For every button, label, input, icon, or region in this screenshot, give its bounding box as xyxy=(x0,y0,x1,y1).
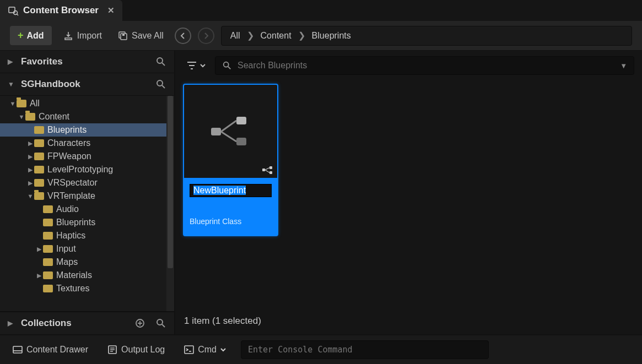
asset-name-input[interactable]: NewBlueprint xyxy=(190,184,272,197)
svg-rect-25 xyxy=(262,169,265,171)
chevron-right-icon: ▶ xyxy=(8,319,15,327)
folder-tree: ▼All▼ContentBlueprints▶Characters▶FPWeap… xyxy=(0,95,174,312)
search-icon[interactable] xyxy=(155,56,166,67)
blueprint-corner-icon xyxy=(262,166,274,175)
svg-rect-27 xyxy=(269,171,272,174)
project-section[interactable]: ▼ SGHandbook xyxy=(0,73,174,95)
breadcrumb-seg[interactable]: All xyxy=(230,31,240,41)
chevron-down-icon[interactable]: ▼ xyxy=(26,193,34,199)
svg-line-24 xyxy=(221,132,236,142)
search-box[interactable]: ▼ xyxy=(215,56,634,75)
collections-section[interactable]: ▶ Collections xyxy=(0,312,174,334)
folder-label: VRTemplate xyxy=(47,191,95,201)
chevron-right-icon[interactable]: ▶ xyxy=(35,272,43,279)
folder-item-textures[interactable]: Textures xyxy=(0,282,174,295)
folder-item-content[interactable]: ▼Content xyxy=(0,110,174,123)
folder-icon xyxy=(34,192,44,200)
cmd-selector[interactable]: Cmd xyxy=(179,341,231,358)
folder-icon xyxy=(43,258,53,266)
save-all-icon xyxy=(117,30,128,41)
folder-label: Blueprints xyxy=(56,218,95,227)
chevron-right-icon: ❯ xyxy=(298,30,305,41)
folder-item-materials[interactable]: ▶Materials xyxy=(0,269,174,282)
nav-back-button[interactable] xyxy=(175,28,191,44)
svg-line-9 xyxy=(162,85,165,88)
svg-rect-5 xyxy=(122,34,125,36)
folder-item-audio[interactable]: Audio xyxy=(0,203,174,216)
search-icon[interactable] xyxy=(155,79,166,90)
chevron-down-icon[interactable]: ▼ xyxy=(18,113,25,120)
folder-icon xyxy=(17,100,26,107)
folder-label: VRSpectator xyxy=(47,178,98,188)
folder-item-all[interactable]: ▼All xyxy=(0,97,174,110)
nav-forward-button[interactable] xyxy=(198,28,214,44)
chevron-right-icon[interactable]: ▶ xyxy=(26,140,34,147)
folder-label: Input xyxy=(56,244,76,254)
folder-label: Content xyxy=(39,112,69,122)
folder-item-input[interactable]: ▶Input xyxy=(0,242,174,256)
chevron-right-icon[interactable]: ▶ xyxy=(35,246,43,253)
folder-label: Haptics xyxy=(56,231,85,241)
folder-item-blueprints[interactable]: Blueprints xyxy=(0,216,174,229)
asset-thumbnail xyxy=(184,85,277,178)
folder-icon xyxy=(25,113,35,121)
folder-item-blueprints[interactable]: Blueprints xyxy=(0,123,174,137)
folder-item-fpweapon[interactable]: ▶FPWeapon xyxy=(0,150,174,163)
add-button[interactable]: + Add xyxy=(10,26,52,45)
svg-line-19 xyxy=(228,67,231,69)
folder-icon xyxy=(43,232,53,240)
drawer-icon xyxy=(12,344,23,355)
folder-icon xyxy=(43,205,53,213)
chevron-down-icon[interactable]: ▼ xyxy=(620,62,627,70)
svg-line-7 xyxy=(162,63,165,66)
close-icon[interactable]: ✕ xyxy=(107,6,115,15)
tab-content-browser[interactable]: Content Browser ✕ xyxy=(0,0,122,21)
folder-item-vrspectator[interactable]: ▶VRSpectator xyxy=(0,176,174,189)
folder-label: Textures xyxy=(56,284,89,294)
svg-line-28 xyxy=(265,168,269,170)
tab-title: Content Browser xyxy=(23,5,99,16)
folder-icon xyxy=(43,219,53,226)
import-button[interactable]: Import xyxy=(58,27,106,45)
folder-item-characters[interactable]: ▶Characters xyxy=(0,137,174,150)
svg-rect-30 xyxy=(13,346,22,353)
folder-label: Blueprints xyxy=(47,125,87,135)
svg-point-18 xyxy=(224,62,229,67)
folder-label: Maps xyxy=(56,257,78,267)
breadcrumb: All ❯ Content ❯ Blueprints xyxy=(221,26,632,46)
svg-rect-36 xyxy=(185,346,193,354)
folder-icon xyxy=(34,153,44,160)
folder-icon xyxy=(34,166,44,173)
folder-icon xyxy=(43,271,53,279)
folder-label: All xyxy=(30,99,40,108)
chevron-right-icon[interactable]: ▶ xyxy=(26,153,34,160)
folder-item-levelprototyping[interactable]: ▶LevelPrototyping xyxy=(0,163,174,176)
svg-line-14 xyxy=(162,324,165,327)
save-all-button[interactable]: Save All xyxy=(113,27,168,45)
svg-rect-22 xyxy=(236,138,246,145)
folder-item-maps[interactable]: Maps xyxy=(0,256,174,269)
folder-item-haptics[interactable]: Haptics xyxy=(0,229,174,242)
console-input[interactable] xyxy=(241,340,489,359)
asset-tile-blueprint[interactable]: NewBlueprint Blueprint Class xyxy=(183,84,278,236)
log-icon xyxy=(107,344,118,355)
chevron-right-icon[interactable]: ▶ xyxy=(26,180,34,187)
breadcrumb-seg[interactable]: Blueprints xyxy=(312,31,351,41)
folder-item-vrtemplate[interactable]: ▼VRTemplate xyxy=(0,189,174,203)
chevron-down-icon[interactable]: ▼ xyxy=(9,100,17,107)
content-browser-tab-icon xyxy=(8,5,19,16)
svg-line-2 xyxy=(17,14,18,15)
folder-icon xyxy=(34,126,44,134)
arrow-right-icon xyxy=(203,32,209,39)
favorites-section[interactable]: ▶ Favorites xyxy=(0,51,174,73)
breadcrumb-seg[interactable]: Content xyxy=(261,31,292,41)
search-input[interactable] xyxy=(238,61,614,70)
add-collection-icon[interactable] xyxy=(134,318,145,329)
arrow-left-icon xyxy=(180,32,186,39)
chevron-right-icon[interactable]: ▶ xyxy=(26,166,34,173)
search-icon[interactable] xyxy=(155,318,166,329)
content-drawer-button[interactable]: Content Drawer xyxy=(8,341,93,358)
filter-button[interactable] xyxy=(183,57,209,74)
scrollbar[interactable] xyxy=(166,96,174,311)
output-log-button[interactable]: Output Log xyxy=(102,341,169,358)
